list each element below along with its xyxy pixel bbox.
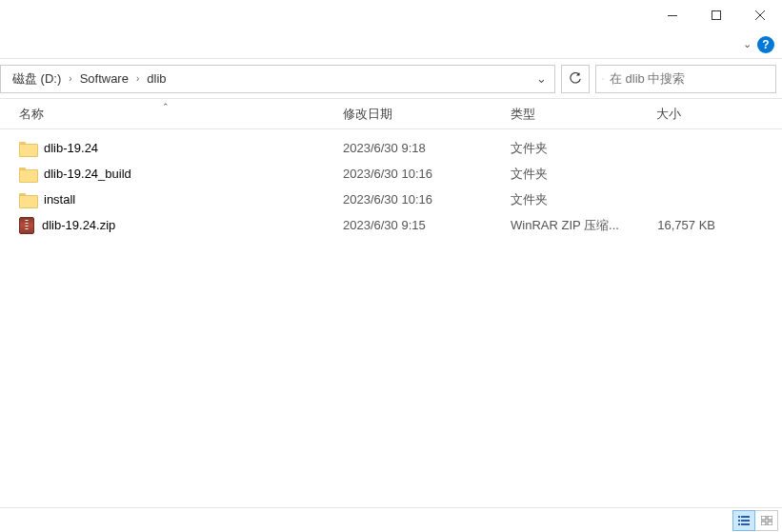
cell-date: 2023/6/30 9:15 [343, 218, 511, 232]
minimize-button[interactable] [651, 0, 694, 30]
col-header-name[interactable]: 名称 ⌃ [19, 106, 343, 123]
breadcrumb[interactable]: 磁盘 (D:) › Software › dlib ⌄ [0, 65, 555, 93]
col-header-date[interactable]: 修改日期 [343, 106, 511, 123]
search-input[interactable] [610, 71, 770, 86]
table-row[interactable]: dlib-19.24_build2023/6/30 10:16文件夹 [0, 161, 782, 187]
help-icon[interactable]: ? [757, 36, 774, 53]
svg-rect-8 [741, 523, 750, 525]
cell-date: 2023/6/30 10:16 [343, 192, 511, 207]
cell-type: 文件夹 [511, 191, 656, 208]
cell-type: 文件夹 [511, 140, 656, 157]
cell-name: install [19, 192, 343, 207]
folder-icon [19, 193, 36, 207]
cell-name: dlib-19.24 [19, 141, 343, 155]
close-button[interactable] [738, 0, 782, 30]
zip-icon [19, 217, 34, 234]
svg-rect-12 [768, 522, 772, 525]
svg-rect-7 [738, 523, 740, 525]
help-label: ? [762, 38, 769, 51]
breadcrumb-seg-2[interactable]: dlib [143, 71, 170, 86]
svg-rect-11 [761, 522, 766, 525]
table-row[interactable]: dlib-19.242023/6/30 9:18文件夹 [0, 135, 782, 161]
svg-rect-10 [768, 516, 772, 520]
titlebar [0, 0, 782, 30]
chevron-down-icon[interactable]: ⌄ [743, 38, 752, 50]
ribbon-collapse-bar: ⌄ ? [0, 30, 782, 59]
cell-name: dlib-19.24_build [19, 167, 343, 181]
view-details-button[interactable] [732, 510, 755, 531]
svg-rect-0 [668, 15, 677, 16]
view-icons-button[interactable] [755, 510, 778, 531]
file-name: dlib-19.24_build [44, 167, 131, 181]
search-icon [602, 72, 604, 86]
cell-size: 16,757 KB [656, 218, 782, 232]
cell-name: dlib-19.24.zip [19, 217, 343, 234]
svg-rect-1 [712, 11, 721, 20]
maximize-button[interactable] [694, 0, 738, 30]
folder-icon [19, 167, 36, 181]
chevron-right-icon[interactable]: › [132, 73, 143, 84]
svg-rect-9 [761, 516, 766, 520]
file-name: install [44, 192, 75, 207]
cell-date: 2023/6/30 10:16 [343, 167, 511, 181]
svg-rect-6 [741, 520, 750, 522]
status-bar [0, 507, 782, 532]
sort-indicator-icon: ⌃ [162, 102, 170, 111]
col-header-size[interactable]: 大小 [656, 106, 782, 123]
svg-rect-4 [741, 516, 750, 518]
breadcrumb-seg-1[interactable]: Software [76, 71, 132, 86]
folder-icon [19, 142, 36, 155]
svg-point-2 [602, 78, 603, 79]
breadcrumb-seg-0[interactable]: 磁盘 (D:) [9, 70, 65, 88]
svg-rect-3 [738, 516, 740, 518]
breadcrumb-dropdown-icon[interactable]: ⌄ [530, 71, 552, 86]
table-row[interactable]: install2023/6/30 10:16文件夹 [0, 187, 782, 212]
col-header-type[interactable]: 类型 [511, 106, 656, 123]
cell-type: WinRAR ZIP 压缩... [511, 217, 656, 234]
column-label: 名称 [19, 107, 44, 121]
address-bar: 磁盘 (D:) › Software › dlib ⌄ [0, 59, 782, 99]
column-headers: 名称 ⌃ 修改日期 类型 大小 [0, 99, 782, 129]
cell-type: 文件夹 [511, 166, 656, 183]
cell-date: 2023/6/30 9:18 [343, 141, 511, 155]
refresh-button[interactable] [561, 65, 590, 93]
file-name: dlib-19.24 [44, 141, 98, 155]
file-name: dlib-19.24.zip [42, 218, 115, 232]
search-box[interactable] [595, 65, 776, 93]
svg-rect-5 [738, 520, 740, 522]
file-list: dlib-19.242023/6/30 9:18文件夹dlib-19.24_bu… [0, 129, 782, 244]
table-row[interactable]: dlib-19.24.zip2023/6/30 9:15WinRAR ZIP 压… [0, 212, 782, 238]
chevron-right-icon[interactable]: › [65, 73, 75, 84]
